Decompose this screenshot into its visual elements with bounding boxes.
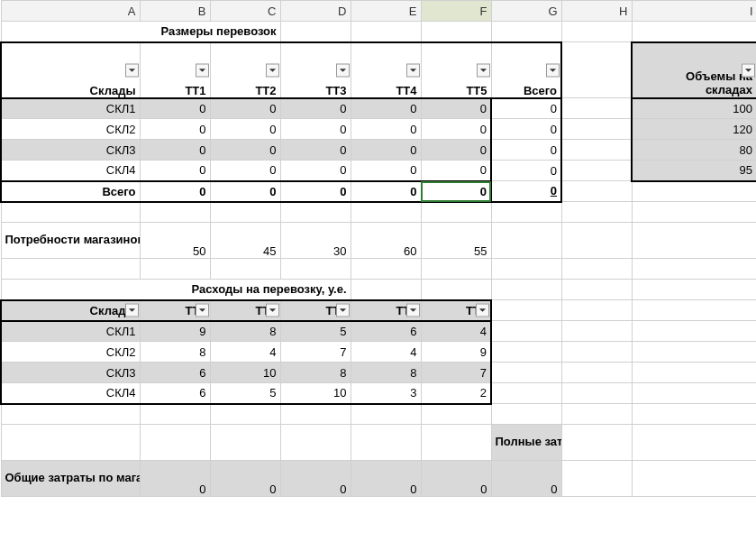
cell[interactable]: 0 xyxy=(140,119,210,140)
cell[interactable] xyxy=(561,22,632,42)
cell[interactable] xyxy=(561,202,632,223)
crow-skl1[interactable]: СКЛ1 xyxy=(1,321,140,342)
cell[interactable]: 0 xyxy=(421,161,491,181)
hdr-tt1[interactable]: ТТ1 xyxy=(140,42,210,98)
hdr-tt4[interactable]: ТТ4 xyxy=(351,42,421,98)
cell[interactable] xyxy=(491,259,561,280)
cell[interactable]: 6 xyxy=(140,363,210,383)
cell[interactable] xyxy=(561,461,632,497)
filter-icon[interactable] xyxy=(406,63,420,77)
cell[interactable] xyxy=(561,181,632,202)
cell[interactable] xyxy=(491,280,561,300)
cell[interactable] xyxy=(632,280,756,300)
cell[interactable]: 7 xyxy=(280,342,351,363)
cell[interactable] xyxy=(561,280,632,300)
crow-skl4[interactable]: СКЛ4 xyxy=(1,383,140,404)
cell[interactable]: 6 xyxy=(140,383,210,404)
cell[interactable]: 0 xyxy=(140,161,210,181)
crow-skl3[interactable]: СКЛ3 xyxy=(1,363,140,383)
cell[interactable]: 8 xyxy=(280,363,351,383)
cell[interactable]: 0 xyxy=(280,119,351,140)
cell[interactable] xyxy=(561,383,632,404)
col-hdr-A[interactable]: A xyxy=(1,1,140,22)
cell[interactable] xyxy=(351,22,421,42)
filter-icon[interactable] xyxy=(406,304,420,317)
hdr-costs-tt3[interactable]: ТТ3 xyxy=(280,300,351,321)
cell[interactable] xyxy=(491,202,561,223)
cell[interactable]: 0 xyxy=(351,461,421,497)
cell[interactable]: 55 xyxy=(421,223,491,259)
cell[interactable] xyxy=(561,425,632,461)
row-skl2[interactable]: СКЛ2 xyxy=(1,119,140,140)
cell[interactable]: 0 xyxy=(140,140,210,161)
cell[interactable] xyxy=(140,404,210,425)
cell[interactable]: 0 xyxy=(280,140,351,161)
cell[interactable] xyxy=(421,202,491,223)
cell[interactable]: 30 xyxy=(280,223,351,259)
cell[interactable]: 10 xyxy=(280,383,351,404)
cell[interactable] xyxy=(280,259,351,280)
cell[interactable]: 0 xyxy=(351,181,421,202)
cell[interactable]: 2 xyxy=(421,383,491,404)
cell[interactable] xyxy=(351,425,421,461)
cell[interactable] xyxy=(561,119,632,140)
cell[interactable]: 0 xyxy=(351,119,421,140)
row-needs-label[interactable]: Потребности магазинов xyxy=(1,223,140,259)
crow-skl2[interactable]: СКЛ2 xyxy=(1,342,140,363)
hdr-volumes[interactable]: Объемы на складах xyxy=(632,42,756,98)
hdr-tt5[interactable]: ТТ5 xyxy=(421,42,491,98)
cell[interactable]: 0 xyxy=(210,140,280,161)
cell[interactable] xyxy=(140,425,210,461)
cell[interactable] xyxy=(1,259,140,280)
cell[interactable] xyxy=(632,223,756,259)
hdr-warehouses[interactable]: Склады xyxy=(1,42,140,98)
cell[interactable] xyxy=(632,461,756,497)
section-title-sizes[interactable]: Размеры перевозок xyxy=(1,22,280,42)
cell[interactable] xyxy=(351,202,421,223)
cell[interactable]: 0 xyxy=(210,161,280,181)
selected-cell[interactable]: 0 xyxy=(421,181,491,202)
cell[interactable] xyxy=(632,22,756,42)
cell[interactable]: 0 xyxy=(210,181,280,202)
cell[interactable] xyxy=(140,202,210,223)
filter-icon[interactable] xyxy=(196,63,209,77)
row-skl1[interactable]: СКЛ1 xyxy=(1,98,140,119)
cell[interactable] xyxy=(632,383,756,404)
cell[interactable] xyxy=(632,259,756,280)
cell[interactable] xyxy=(1,202,140,223)
filter-icon[interactable] xyxy=(125,304,139,317)
cell[interactable] xyxy=(632,300,756,321)
hdr-costs-wh[interactable]: Склады xyxy=(1,300,140,321)
filter-icon[interactable] xyxy=(266,63,279,77)
cell[interactable]: 8 xyxy=(351,363,421,383)
cell[interactable] xyxy=(561,223,632,259)
filter-icon[interactable] xyxy=(336,63,350,77)
filter-icon[interactable] xyxy=(477,63,490,77)
cell[interactable] xyxy=(561,342,632,363)
cell[interactable] xyxy=(421,280,491,300)
cell[interactable] xyxy=(351,259,421,280)
cell[interactable]: 8 xyxy=(210,321,280,342)
col-hdr-B[interactable]: B xyxy=(140,1,210,22)
cell[interactable]: 0 xyxy=(491,181,561,202)
cell[interactable] xyxy=(421,259,491,280)
cell[interactable]: 0 xyxy=(280,461,351,497)
hdr-fullcosts[interactable]: Полные затраты xyxy=(491,425,561,461)
vol[interactable]: 80 xyxy=(632,140,756,161)
cell[interactable] xyxy=(561,259,632,280)
cell[interactable]: 0 xyxy=(210,119,280,140)
cell[interactable]: 0 xyxy=(491,119,561,140)
cell[interactable] xyxy=(561,42,632,98)
cell[interactable]: 5 xyxy=(210,383,280,404)
cell[interactable]: 45 xyxy=(210,223,280,259)
cell[interactable]: 10 xyxy=(210,363,280,383)
row-total[interactable]: Всего xyxy=(1,181,140,202)
cell[interactable] xyxy=(421,425,491,461)
cell[interactable] xyxy=(421,404,491,425)
cell[interactable]: 7 xyxy=(421,363,491,383)
cell[interactable]: 0 xyxy=(210,461,280,497)
cell[interactable] xyxy=(491,223,561,259)
cell[interactable]: 60 xyxy=(351,223,421,259)
hdr-costs-tt2[interactable]: ТТ2 xyxy=(210,300,280,321)
cell[interactable] xyxy=(561,321,632,342)
